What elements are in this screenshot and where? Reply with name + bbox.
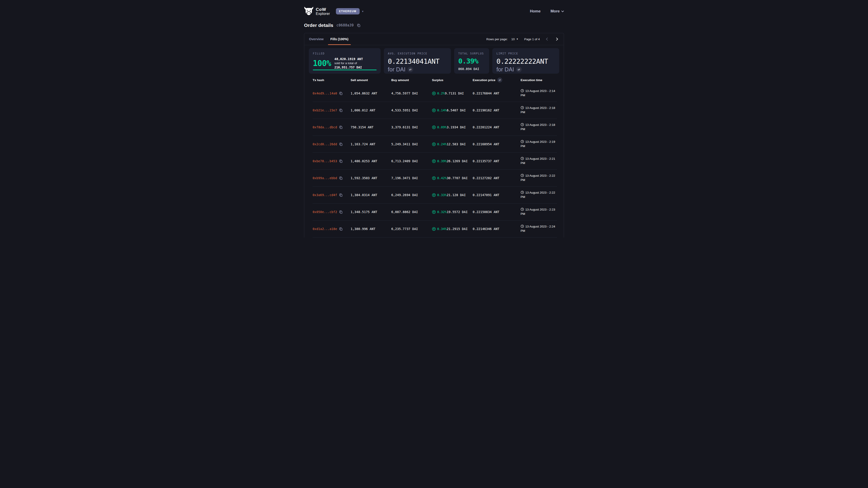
tx-hash-cell: 0xbe78...b453 — [313, 159, 350, 163]
main-nav: Home More — [530, 9, 564, 13]
copy-icon — [339, 193, 343, 197]
tx-hash-link[interactable]: 0xb99a...ebbd — [313, 176, 337, 180]
clock-icon — [521, 157, 524, 160]
tx-hash-link[interactable]: 0xbe78...b453 — [313, 159, 337, 163]
copy-tx-hash-button[interactable] — [339, 210, 343, 214]
surplus-cell: 0.33%21.128 DAI — [432, 193, 473, 197]
col-buy-amount: Buy amount — [391, 78, 432, 82]
execution-price-cell: 0.22135737 ANT — [473, 159, 521, 163]
execution-price-cell: 0.22127202 ANT — [473, 176, 521, 180]
copy-tx-hash-button[interactable] — [339, 193, 343, 197]
buy-amount-cell: 6,713.2409 DAI — [391, 159, 432, 163]
surplus-percent: 0.42% — [437, 176, 447, 180]
copy-icon — [339, 210, 343, 214]
execution-time-text: 13 August 2023 - 2:18 PM — [521, 123, 555, 131]
network-caret-icon[interactable]: ▼ — [362, 10, 364, 13]
execution-price-cell: 0.22168954 ANT — [473, 142, 521, 146]
avg-price-unit: for DAI — [388, 66, 405, 73]
pagination: Rows per page: 10 ▼ Page 1 of 4 — [486, 33, 560, 45]
swap-icon: ⇄ — [518, 68, 520, 71]
network-selector[interactable]: ETHEREUM ▼ — [336, 8, 364, 14]
page-title: Order details — [304, 23, 333, 28]
tx-hash-cell: 0xf8da...dbcd — [313, 125, 350, 129]
nav-home[interactable]: Home — [530, 9, 540, 13]
copy-icon — [339, 108, 343, 112]
chevron-down-icon — [561, 10, 564, 12]
surplus-amount: 19.5572 DAI — [447, 210, 468, 214]
brand-logo-link[interactable]: CoW Explorer — [304, 7, 330, 16]
stats-cards: FILLED 100% 48,020.1919 ANT sold for a t… — [309, 48, 559, 74]
surplus-amount: 26.1269 DAI — [447, 159, 468, 163]
tx-hash-cell: 0x050e...cbf2 — [313, 210, 350, 214]
copy-tx-hash-button[interactable] — [339, 176, 343, 180]
execution-time-text: 13 August 2023 - 2:19 PM — [521, 140, 555, 148]
copy-tx-hash-button[interactable] — [339, 142, 343, 146]
copy-tx-hash-button[interactable] — [339, 125, 343, 129]
filled-percent: 100% — [313, 59, 331, 68]
tx-hash-cell: 0x2cd0...26dd — [313, 142, 350, 146]
limit-price-swap-button[interactable]: ⇄ — [516, 67, 522, 72]
total-surplus-label: TOTAL SURPLUS — [458, 52, 485, 55]
surplus-percent: 0.33% — [437, 193, 447, 197]
rows-per-page-select[interactable]: 10 ▼ — [511, 37, 518, 41]
execution-price-cell: 0.22147091 ANT — [473, 193, 521, 197]
execution-time-cell: 13 August 2023 - 2:19 PM — [521, 140, 557, 149]
tab-overview[interactable]: Overview — [306, 33, 327, 45]
tx-hash-link[interactable]: 0x3a69...cd4f — [313, 193, 337, 197]
avg-price-swap-button[interactable]: ⇄ — [408, 67, 413, 72]
previous-page-button[interactable] — [544, 36, 550, 42]
surplus-percent: 0.39% — [437, 159, 447, 163]
buy-amount-cell: 3,379.6131 DAI — [391, 125, 432, 129]
order-title-row: Order details c0688a39 — [304, 23, 564, 28]
tx-hash-link[interactable]: 0x2cd0...26dd — [313, 142, 337, 146]
brand-name: CoW — [316, 7, 330, 11]
tx-hash-link[interactable]: 0x4ed9...14a0 — [313, 92, 337, 95]
surplus-cell: 0.32%19.5572 DAI — [432, 210, 473, 214]
copy-tx-hash-button[interactable] — [339, 159, 343, 163]
copy-icon — [339, 176, 343, 180]
clock-icon — [521, 191, 524, 194]
clock-icon — [521, 106, 524, 109]
tx-hash-link[interactable]: 0xd1a2...a18e — [313, 227, 337, 231]
sell-amount-cell: 1,486.0253 ANT — [350, 159, 391, 163]
buy-amount-cell: 6,249.2694 DAI — [391, 193, 432, 197]
copy-tx-hash-button[interactable] — [339, 108, 343, 112]
surplus-cell: 0.24%12.583 DAI — [432, 142, 473, 146]
tab-fills[interactable]: Fills (100%) — [327, 33, 352, 45]
execution-price-swap-button[interactable]: ⇄ — [497, 77, 502, 83]
order-hash: c0688a39 — [337, 23, 354, 27]
buy-amount-cell: 6,087.8862 DAI — [391, 210, 432, 214]
filled-progress-bar — [313, 70, 377, 70]
tx-hash-link[interactable]: 0x050e...cbf2 — [313, 210, 337, 214]
clock-icon — [521, 207, 524, 211]
filled-amount: 48,020.1919 ANT — [334, 57, 377, 61]
execution-price-cell: 0.22201224 ANT — [473, 125, 521, 129]
tab-bar: Overview Fills (100%) Rows per page: 10 … — [304, 33, 564, 45]
surplus-up-arrow-icon — [432, 176, 436, 180]
fills-table-header: Tx hash Sell amount Buy amount Surplus E… — [313, 75, 557, 85]
tx-hash-link[interactable]: 0xf8da...dbcd — [313, 125, 337, 129]
surplus-amount: 21.128 DAI — [447, 193, 466, 197]
table-row: 0x050e...cbf2 1,348.5175 ANT 6,087.8862 … — [313, 203, 557, 221]
copy-order-hash-button[interactable] — [357, 24, 361, 27]
col-execution-price: Execution price ⇄ — [473, 77, 521, 83]
rows-per-page-value: 10 — [511, 37, 515, 41]
execution-time-cell: 13 August 2023 - 2:21 PM — [521, 157, 557, 165]
execution-time-cell: 13 August 2023 - 2:22 PM — [521, 174, 557, 182]
next-page-button[interactable] — [554, 36, 560, 42]
network-badge[interactable]: ETHEREUM — [336, 8, 360, 14]
surplus-amount: 6.5407 DAI — [447, 108, 466, 112]
sell-amount-cell: 1,054.8632 ANT — [350, 92, 391, 95]
surplus-cell: 0.2%9.7131 DAI — [432, 92, 473, 95]
execution-price-cell: 0.22190162 ANT — [473, 108, 521, 112]
copy-tx-hash-button[interactable] — [339, 227, 343, 231]
limit-price-unit: for DAI — [496, 66, 514, 73]
buy-amount-cell: 4,756.5977 DAI — [391, 92, 432, 95]
surplus-up-arrow-icon — [432, 227, 436, 231]
surplus-cell: 0.14%6.5407 DAI — [432, 108, 473, 112]
fills-table-body: 0x4ed9...14a0 1,054.8632 ANT 4,756.5977 … — [313, 85, 557, 237]
sell-amount-cell: 750.3154 ANT — [350, 125, 391, 129]
tx-hash-link[interactable]: 0xb21e...23e7 — [313, 108, 337, 112]
copy-tx-hash-button[interactable] — [339, 92, 343, 95]
nav-more[interactable]: More — [550, 9, 564, 13]
